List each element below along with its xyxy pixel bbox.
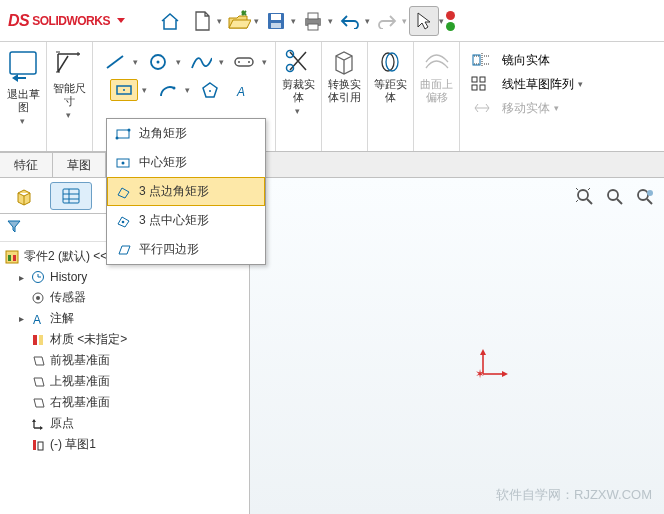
svg-rect-27 (480, 85, 485, 90)
svg-point-55 (647, 190, 653, 196)
polygon-icon[interactable] (196, 79, 224, 101)
svg-point-49 (578, 190, 588, 200)
title-bar: DSSOLIDWORKS ▾ ▾ ▾ ▾ ▾ ▾ ▾ (0, 0, 664, 42)
tree-annotations[interactable]: ▸A注解 (2, 308, 247, 329)
parallelogram-icon (115, 242, 131, 258)
svg-point-15 (173, 87, 176, 90)
tree-sensors[interactable]: 传感器 (2, 287, 247, 308)
svg-rect-26 (472, 85, 477, 90)
svg-rect-47 (33, 440, 36, 450)
svg-point-43 (36, 296, 40, 300)
home-icon[interactable] (155, 6, 185, 36)
svg-text:A: A (236, 85, 245, 99)
tree-sketch1[interactable]: (-) 草图1 (2, 434, 247, 455)
dropdown-item-parallelogram[interactable]: 平行四边形 (107, 235, 265, 264)
dropdown-item-3pt-corner[interactable]: 3 点边角矩形 (107, 177, 265, 206)
filter-icon[interactable] (6, 218, 22, 234)
svg-rect-28 (117, 130, 129, 138)
dropdown-item-center-rect[interactable]: 中心矩形 (107, 148, 265, 177)
svg-rect-4 (308, 13, 318, 19)
offset-button[interactable]: 等距实 体 (372, 46, 409, 106)
svg-line-7 (107, 56, 123, 68)
text-icon[interactable]: A (230, 79, 258, 101)
arc-icon[interactable] (153, 79, 181, 101)
material-icon (30, 332, 46, 348)
sketch-icon (30, 437, 46, 453)
slot-icon[interactable] (230, 51, 258, 73)
zoom-area-icon[interactable] (602, 184, 628, 210)
svg-point-9 (157, 61, 160, 64)
plane-icon (30, 353, 46, 369)
tree-origin[interactable]: 原点 (2, 413, 247, 434)
svg-point-17 (209, 90, 211, 92)
tree-top-plane[interactable]: 上视基准面 (2, 371, 247, 392)
mirror-label[interactable]: 镜向实体 (502, 52, 550, 69)
annotation-icon: A (30, 311, 46, 327)
move-icon (468, 97, 496, 119)
svg-rect-38 (6, 251, 18, 263)
mirror-icon[interactable] (468, 49, 496, 71)
trim-button[interactable]: 剪裁实 体 (280, 46, 317, 106)
dropdown-item-corner-rect[interactable]: 边角矩形 (107, 119, 265, 148)
sensor-icon (30, 290, 46, 306)
svg-point-30 (128, 128, 131, 131)
dropdown-item-3pt-center[interactable]: 3 点中心矩形 (107, 206, 265, 235)
three-corner-icon (115, 184, 131, 200)
svg-point-11 (238, 61, 240, 63)
svg-rect-45 (33, 335, 37, 345)
traffic-light-icon[interactable] (446, 11, 461, 31)
spline-icon[interactable] (187, 51, 215, 73)
print-icon[interactable] (298, 6, 328, 36)
plane-icon (30, 395, 46, 411)
rectangle-dropdown: 边角矩形 中心矩形 3 点边角矩形 3 点中心矩形 平行四边形 (106, 118, 266, 265)
view-orientation-icon[interactable] (632, 184, 658, 210)
svg-rect-25 (480, 77, 485, 82)
zoom-fit-icon[interactable] (572, 184, 598, 210)
svg-line-52 (617, 199, 622, 204)
corner-rect-icon (115, 126, 131, 142)
svg-text:A: A (33, 313, 41, 326)
redo-icon[interactable] (372, 6, 402, 36)
new-icon[interactable] (187, 6, 217, 36)
history-icon (30, 269, 46, 285)
circle-icon[interactable] (144, 51, 172, 73)
viewport[interactable]: ✶ 软件自学网：RJZXW.COM (250, 178, 664, 514)
smart-dimension-button[interactable]: 智能尺 寸 (51, 46, 88, 110)
chevron-down-icon[interactable] (117, 18, 125, 23)
exit-sketch-button[interactable]: 退出草 图 (4, 46, 42, 116)
sketch-origin-icon: ✶ (475, 348, 509, 385)
svg-point-14 (123, 89, 125, 91)
part-icon (4, 249, 20, 265)
tab-sketch[interactable]: 草图 (53, 152, 106, 177)
tab-feature[interactable]: 特征 (0, 152, 53, 177)
svg-point-51 (608, 190, 618, 200)
pattern-icon[interactable] (468, 73, 496, 95)
svg-rect-1 (271, 14, 281, 20)
surface-offset-button: 曲面上 偏移 (418, 46, 455, 106)
svg-rect-40 (13, 255, 16, 261)
line-icon[interactable] (101, 51, 129, 73)
svg-rect-5 (308, 24, 318, 30)
save-icon[interactable] (261, 6, 291, 36)
sidebar-tab-property-manager[interactable] (50, 182, 92, 210)
tree-right-plane[interactable]: 右视基准面 (2, 392, 247, 413)
move-label: 移动实体 (502, 100, 550, 117)
tree-history[interactable]: ▸History (2, 267, 247, 287)
select-icon[interactable] (409, 6, 439, 36)
sidebar-tab-feature-manager[interactable] (4, 182, 46, 210)
svg-rect-2 (271, 23, 281, 28)
svg-rect-48 (38, 442, 43, 450)
undo-icon[interactable] (335, 6, 365, 36)
center-rect-icon (115, 155, 131, 171)
three-center-icon (115, 213, 131, 229)
pattern-label[interactable]: 线性草图阵列 (502, 76, 574, 93)
open-icon[interactable] (224, 6, 254, 36)
tree-front-plane[interactable]: 前视基准面 (2, 350, 247, 371)
svg-rect-34 (63, 189, 79, 203)
svg-line-50 (587, 199, 592, 204)
feature-tree: 零件2 (默认) <<默认>_显示状态 1> ▸History 传感器 ▸A注解… (0, 242, 249, 514)
rectangle-icon[interactable] (110, 79, 138, 101)
plane-icon (30, 374, 46, 390)
convert-button[interactable]: 转换实 体引用 (326, 46, 363, 106)
tree-material[interactable]: 材质 <未指定> (2, 329, 247, 350)
